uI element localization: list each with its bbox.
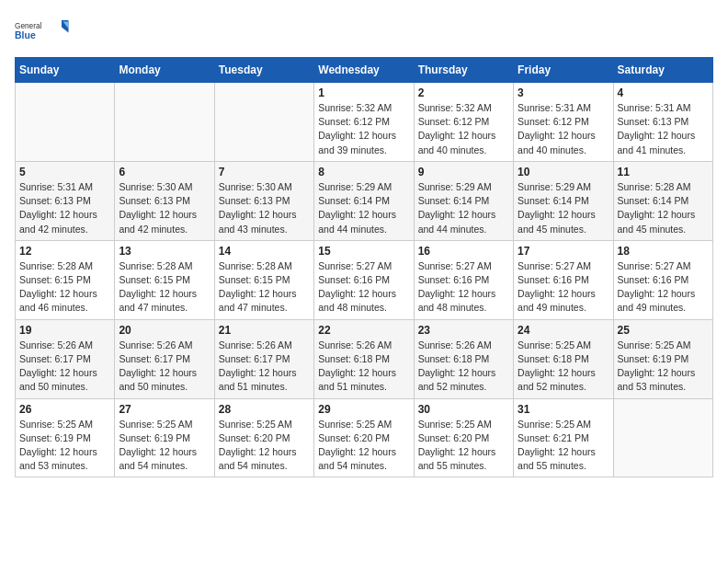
calendar-cell bbox=[115, 83, 214, 162]
calendar-cell: 25Sunrise: 5:25 AMSunset: 6:19 PMDayligh… bbox=[613, 319, 712, 398]
day-header-tuesday: Tuesday bbox=[214, 58, 313, 83]
day-header-friday: Friday bbox=[514, 58, 613, 83]
day-info: Sunrise: 5:26 AMSunset: 6:17 PMDaylight:… bbox=[219, 339, 310, 395]
day-number: 5 bbox=[19, 166, 110, 178]
day-number: 18 bbox=[618, 245, 709, 258]
calendar-cell: 2Sunrise: 5:32 AMSunset: 6:12 PMDaylight… bbox=[414, 83, 513, 162]
day-info: Sunrise: 5:25 AMSunset: 6:19 PMDaylight:… bbox=[119, 418, 210, 474]
calendar-cell: 5Sunrise: 5:31 AMSunset: 6:13 PMDaylight… bbox=[16, 161, 115, 240]
day-info: Sunrise: 5:25 AMSunset: 6:20 PMDaylight:… bbox=[418, 418, 509, 474]
day-number: 9 bbox=[418, 166, 509, 178]
day-info: Sunrise: 5:32 AMSunset: 6:12 PMDaylight:… bbox=[418, 101, 509, 157]
day-info: Sunrise: 5:30 AMSunset: 6:13 PMDaylight:… bbox=[119, 180, 210, 236]
calendar-cell: 4Sunrise: 5:31 AMSunset: 6:13 PMDaylight… bbox=[613, 83, 712, 162]
calendar-cell: 24Sunrise: 5:25 AMSunset: 6:18 PMDayligh… bbox=[514, 319, 613, 398]
day-info: Sunrise: 5:26 AMSunset: 6:18 PMDaylight:… bbox=[318, 339, 409, 395]
day-info: Sunrise: 5:30 AMSunset: 6:13 PMDaylight:… bbox=[219, 180, 310, 236]
page-header: General Blue bbox=[15, 15, 713, 48]
day-number: 21 bbox=[219, 324, 310, 337]
calendar-week-1: 1Sunrise: 5:32 AMSunset: 6:12 PMDaylight… bbox=[16, 83, 713, 162]
calendar-cell: 29Sunrise: 5:25 AMSunset: 6:20 PMDayligh… bbox=[314, 398, 414, 477]
calendar-cell: 6Sunrise: 5:30 AMSunset: 6:13 PMDaylight… bbox=[115, 161, 214, 240]
day-number: 6 bbox=[119, 166, 210, 178]
calendar-cell: 12Sunrise: 5:28 AMSunset: 6:15 PMDayligh… bbox=[16, 240, 115, 319]
calendar-header-row: SundayMondayTuesdayWednesdayThursdayFrid… bbox=[16, 58, 713, 83]
day-number: 19 bbox=[19, 324, 110, 337]
day-info: Sunrise: 5:31 AMSunset: 6:13 PMDaylight:… bbox=[618, 101, 709, 157]
calendar-cell bbox=[16, 83, 115, 162]
calendar-cell bbox=[613, 398, 712, 477]
logo: General Blue bbox=[15, 15, 70, 48]
day-number: 23 bbox=[418, 324, 509, 337]
svg-text:Blue: Blue bbox=[15, 29, 36, 40]
day-info: Sunrise: 5:26 AMSunset: 6:18 PMDaylight:… bbox=[418, 339, 509, 395]
day-info: Sunrise: 5:25 AMSunset: 6:20 PMDaylight:… bbox=[219, 418, 310, 474]
day-number: 28 bbox=[219, 403, 310, 416]
calendar-week-2: 5Sunrise: 5:31 AMSunset: 6:13 PMDaylight… bbox=[16, 161, 713, 240]
day-number: 29 bbox=[318, 403, 409, 416]
day-number: 15 bbox=[318, 245, 409, 258]
day-info: Sunrise: 5:32 AMSunset: 6:12 PMDaylight:… bbox=[318, 101, 409, 157]
calendar-week-3: 12Sunrise: 5:28 AMSunset: 6:15 PMDayligh… bbox=[16, 240, 713, 319]
calendar-cell: 3Sunrise: 5:31 AMSunset: 6:12 PMDaylight… bbox=[514, 83, 613, 162]
calendar-cell: 17Sunrise: 5:27 AMSunset: 6:16 PMDayligh… bbox=[514, 240, 613, 319]
day-info: Sunrise: 5:29 AMSunset: 6:14 PMDaylight:… bbox=[318, 180, 409, 236]
calendar-cell: 20Sunrise: 5:26 AMSunset: 6:17 PMDayligh… bbox=[115, 319, 214, 398]
day-header-sunday: Sunday bbox=[16, 58, 115, 83]
day-info: Sunrise: 5:31 AMSunset: 6:12 PMDaylight:… bbox=[518, 101, 609, 157]
day-info: Sunrise: 5:27 AMSunset: 6:16 PMDaylight:… bbox=[618, 259, 709, 316]
day-info: Sunrise: 5:25 AMSunset: 6:19 PMDaylight:… bbox=[19, 418, 110, 474]
calendar-cell: 1Sunrise: 5:32 AMSunset: 6:12 PMDaylight… bbox=[314, 83, 414, 162]
day-header-wednesday: Wednesday bbox=[314, 58, 414, 83]
day-info: Sunrise: 5:25 AMSunset: 6:21 PMDaylight:… bbox=[518, 418, 609, 474]
calendar-cell: 7Sunrise: 5:30 AMSunset: 6:13 PMDaylight… bbox=[214, 161, 313, 240]
logo-svg: General Blue bbox=[15, 15, 70, 48]
day-header-thursday: Thursday bbox=[414, 58, 513, 83]
calendar-cell: 18Sunrise: 5:27 AMSunset: 6:16 PMDayligh… bbox=[613, 240, 712, 319]
day-info: Sunrise: 5:28 AMSunset: 6:14 PMDaylight:… bbox=[618, 180, 709, 236]
calendar-week-4: 19Sunrise: 5:26 AMSunset: 6:17 PMDayligh… bbox=[16, 319, 713, 398]
day-number: 16 bbox=[418, 245, 509, 258]
day-number: 4 bbox=[618, 86, 709, 99]
calendar-cell: 30Sunrise: 5:25 AMSunset: 6:20 PMDayligh… bbox=[414, 398, 513, 477]
day-info: Sunrise: 5:26 AMSunset: 6:17 PMDaylight:… bbox=[119, 339, 210, 395]
calendar-cell: 8Sunrise: 5:29 AMSunset: 6:14 PMDaylight… bbox=[314, 161, 414, 240]
day-info: Sunrise: 5:29 AMSunset: 6:14 PMDaylight:… bbox=[518, 180, 609, 236]
calendar-cell: 26Sunrise: 5:25 AMSunset: 6:19 PMDayligh… bbox=[16, 398, 115, 477]
calendar-cell: 19Sunrise: 5:26 AMSunset: 6:17 PMDayligh… bbox=[16, 319, 115, 398]
day-info: Sunrise: 5:28 AMSunset: 6:15 PMDaylight:… bbox=[19, 259, 110, 316]
day-number: 10 bbox=[518, 166, 609, 178]
calendar-table: SundayMondayTuesdayWednesdayThursdayFrid… bbox=[15, 57, 713, 477]
day-info: Sunrise: 5:25 AMSunset: 6:18 PMDaylight:… bbox=[518, 339, 609, 395]
calendar-cell: 16Sunrise: 5:27 AMSunset: 6:16 PMDayligh… bbox=[414, 240, 513, 319]
day-number: 20 bbox=[119, 324, 210, 337]
day-number: 3 bbox=[518, 86, 609, 99]
day-number: 27 bbox=[119, 403, 210, 416]
day-number: 30 bbox=[418, 403, 509, 416]
calendar-cell: 15Sunrise: 5:27 AMSunset: 6:16 PMDayligh… bbox=[314, 240, 414, 319]
calendar-cell: 10Sunrise: 5:29 AMSunset: 6:14 PMDayligh… bbox=[514, 161, 613, 240]
day-info: Sunrise: 5:27 AMSunset: 6:16 PMDaylight:… bbox=[418, 259, 509, 316]
calendar-cell: 22Sunrise: 5:26 AMSunset: 6:18 PMDayligh… bbox=[314, 319, 414, 398]
calendar-cell: 9Sunrise: 5:29 AMSunset: 6:14 PMDaylight… bbox=[414, 161, 513, 240]
day-number: 11 bbox=[618, 166, 709, 178]
day-info: Sunrise: 5:28 AMSunset: 6:15 PMDaylight:… bbox=[119, 259, 210, 316]
day-number: 22 bbox=[318, 324, 409, 337]
day-number: 1 bbox=[318, 86, 409, 99]
day-number: 8 bbox=[318, 166, 409, 178]
day-number: 26 bbox=[19, 403, 110, 416]
calendar-cell: 21Sunrise: 5:26 AMSunset: 6:17 PMDayligh… bbox=[214, 319, 313, 398]
day-info: Sunrise: 5:28 AMSunset: 6:15 PMDaylight:… bbox=[219, 259, 310, 316]
calendar-cell bbox=[214, 83, 313, 162]
calendar-week-5: 26Sunrise: 5:25 AMSunset: 6:19 PMDayligh… bbox=[16, 398, 713, 477]
day-header-saturday: Saturday bbox=[613, 58, 712, 83]
calendar-cell: 14Sunrise: 5:28 AMSunset: 6:15 PMDayligh… bbox=[214, 240, 313, 319]
day-info: Sunrise: 5:26 AMSunset: 6:17 PMDaylight:… bbox=[19, 339, 110, 395]
day-number: 31 bbox=[518, 403, 609, 416]
day-number: 7 bbox=[219, 166, 310, 178]
day-number: 13 bbox=[119, 245, 210, 258]
day-info: Sunrise: 5:31 AMSunset: 6:13 PMDaylight:… bbox=[19, 180, 110, 236]
calendar-cell: 28Sunrise: 5:25 AMSunset: 6:20 PMDayligh… bbox=[214, 398, 313, 477]
day-info: Sunrise: 5:27 AMSunset: 6:16 PMDaylight:… bbox=[518, 259, 609, 316]
day-info: Sunrise: 5:25 AMSunset: 6:20 PMDaylight:… bbox=[318, 418, 409, 474]
